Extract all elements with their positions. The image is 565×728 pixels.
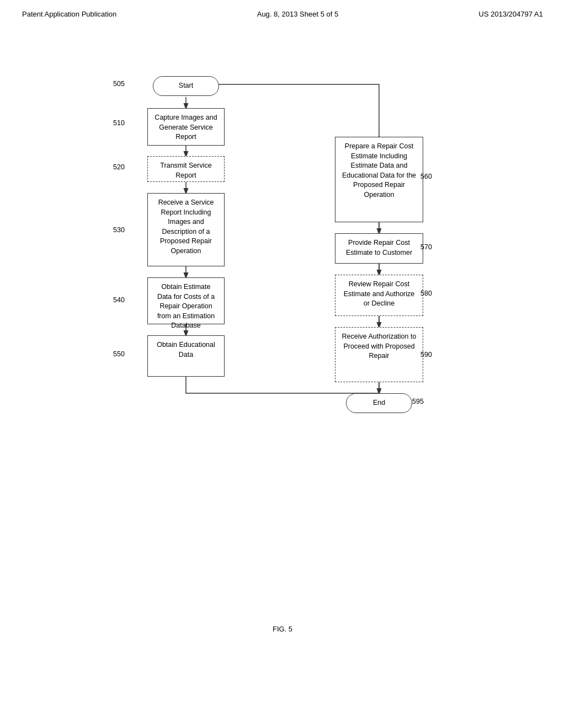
start-node: Start bbox=[153, 76, 219, 96]
header-center: Aug. 8, 2013 Sheet 5 of 5 bbox=[257, 10, 338, 18]
flowchart-wrapper: Start 505 Capture Images and Generate Se… bbox=[76, 35, 489, 614]
header-right: US 2013/204797 A1 bbox=[479, 10, 543, 18]
ref-570: 570 bbox=[420, 243, 432, 251]
node-530: Receive a Service Report Including Image… bbox=[147, 193, 225, 266]
node-570: Provide Repair Cost Estimate to Customer bbox=[335, 233, 423, 264]
diagram-area: Start 505 Capture Images and Generate Se… bbox=[0, 24, 565, 644]
node-510: Capture Images and Generate Service Repo… bbox=[147, 108, 225, 146]
node-560: Prepare a Repair Cost Estimate Including… bbox=[335, 137, 423, 222]
end-node: End bbox=[346, 393, 412, 413]
flowchart-svg bbox=[76, 35, 489, 614]
header-left: Patent Application Publication bbox=[22, 10, 116, 18]
ref-560: 560 bbox=[420, 173, 432, 180]
ref-550: 550 bbox=[113, 350, 125, 358]
ref-590: 590 bbox=[420, 351, 432, 358]
ref-530: 530 bbox=[113, 226, 125, 234]
node-550: Obtain Educational Data bbox=[147, 335, 225, 377]
ref-505: 505 bbox=[113, 80, 125, 88]
ref-580: 580 bbox=[420, 290, 432, 297]
ref-595: 595 bbox=[412, 398, 424, 405]
node-540: Obtain Estimate Data for Costs of a Repa… bbox=[147, 277, 225, 324]
node-590: Receive Authorization to Proceed with Pr… bbox=[335, 327, 423, 382]
figure-caption: FIG. 5 bbox=[33, 625, 532, 633]
ref-540: 540 bbox=[113, 296, 125, 304]
ref-510: 510 bbox=[113, 119, 125, 127]
node-580: Review Repair Cost Estimate and Authoriz… bbox=[335, 275, 423, 316]
page-header: Patent Application Publication Aug. 8, 2… bbox=[0, 0, 565, 24]
ref-520: 520 bbox=[113, 163, 125, 171]
node-520: Transmit Service Report bbox=[147, 156, 225, 182]
